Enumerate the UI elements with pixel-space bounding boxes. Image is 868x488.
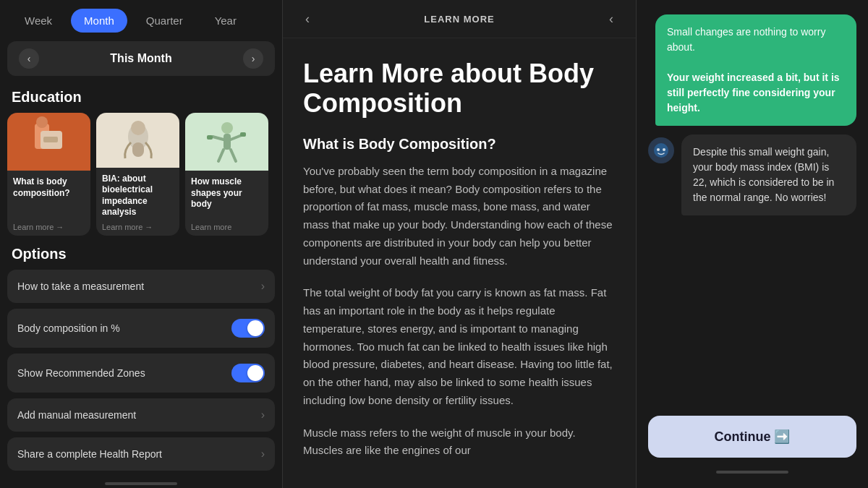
current-month-label: This Month [110,52,171,65]
article-paragraph-1: You've probably seen the term body compo… [303,163,616,270]
chat-bubble-primary-line2: Your weight increased a bit, but it is s… [667,70,845,116]
edu-card-2-link[interactable]: Learn more → [102,223,174,231]
edu-card-1-image [7,113,90,171]
option-body-composition[interactable]: Body composition in % [7,309,275,348]
article-title: Learn More about Body Composition [303,59,616,119]
scroll-indicator [0,476,282,488]
right-spacer [648,224,856,407]
left-panel: Week Month Quarter Year ‹ This Month › E… [0,0,282,488]
education-section-title: Education [0,83,282,113]
svg-rect-6 [132,142,144,157]
continue-label: Continue ➡️ [715,429,791,445]
edu-card-2-body: BIA: about bioelectrical impedance analy… [96,168,179,236]
prev-month-button[interactable]: ‹ [19,48,39,69]
chat-bubble-primary: Small changes are nothing to worry about… [655,14,856,126]
education-cards: What is body composition? Learn more → B… [0,113,282,246]
options-section: Options How to take a measurement › Body… [0,246,282,476]
edu-card-3-title: How muscle shapes your body [191,176,263,210]
middle-header: ‹ LEARN MORE ‹ [283,0,636,38]
right-scroll-indicator [648,466,856,474]
article-paragraph-3: Muscle mass refers to the weight of musc… [303,424,616,461]
back-button[interactable]: ‹ [297,9,318,29]
scroll-bar [105,482,177,485]
option-add-measurement-label: Add manual measurement [17,409,136,421]
option-health-report[interactable]: Share a complete Health Report › [7,437,275,471]
svg-point-5 [131,121,145,135]
tab-month[interactable]: Month [71,9,127,33]
right-scroll-bar [716,471,788,474]
tab-year[interactable]: Year [202,9,250,33]
next-month-button[interactable]: › [243,48,263,69]
tab-week[interactable]: Week [12,9,65,33]
svg-point-13 [663,148,665,151]
toggle-knob-2 [247,365,263,381]
edu-card-3-image [185,113,268,171]
article-subtitle: What is Body Composition? [303,136,616,153]
svg-point-11 [654,143,668,158]
chevron-right-icon-3: › [261,448,265,461]
svg-rect-3 [43,137,58,142]
option-body-composition-label: Body composition in % [17,322,120,334]
option-how-to-measure-label: How to take a measurement [17,281,144,292]
middle-panel: ‹ LEARN MORE ‹ Learn More about Body Com… [282,0,637,488]
continue-button[interactable]: Continue ➡️ [648,416,856,458]
toggle-knob [247,320,263,336]
edu-card-3[interactable]: How muscle shapes your body Learn more [185,113,268,236]
avatar [648,137,674,163]
middle-header-title: LEARN MORE [318,14,601,25]
edu-card-2-image [96,113,179,168]
body-composition-toggle[interactable] [231,319,265,338]
svg-rect-10 [207,135,213,140]
svg-rect-8 [224,134,231,150]
chevron-right-icon-2: › [261,408,265,421]
close-button[interactable]: ‹ [601,9,621,29]
recommended-zones-toggle[interactable] [231,364,265,382]
chat-bubble-secondary: Despite this small weight gain, your bod… [681,134,856,215]
option-health-report-label: Share a complete Health Report [17,448,162,460]
edu-card-2[interactable]: BIA: about bioelectrical impedance analy… [96,113,179,236]
svg-point-1 [36,116,48,128]
edu-card-1-link[interactable]: Learn more → [13,223,85,231]
edu-card-1-body: What is body composition? Learn more → [7,171,90,236]
svg-point-7 [221,122,233,134]
option-recommended-zones-label: Show Recommended Zones [17,367,145,379]
chat-row-secondary: Despite this small weight gain, your bod… [648,134,856,215]
month-navigator: ‹ This Month › [7,41,275,76]
svg-point-12 [657,148,660,151]
svg-rect-9 [240,132,246,137]
tab-bar: Week Month Quarter Year [0,0,282,41]
middle-content: Learn More about Body Composition What i… [283,38,636,488]
edu-card-3-body: How muscle shapes your body Learn more [185,171,268,236]
edu-card-3-link[interactable]: Learn more [191,223,263,231]
edu-card-1-title: What is body composition? [13,176,85,199]
options-section-title: Options [7,246,275,270]
right-panel: Small changes are nothing to worry about… [637,0,868,488]
article-paragraph-2: The total weight of body fat you carry i… [303,284,616,409]
option-how-to-measure[interactable]: How to take a measurement › [7,270,275,303]
tab-quarter[interactable]: Quarter [133,9,196,33]
option-add-measurement[interactable]: Add manual measurement › [7,398,275,432]
edu-card-1[interactable]: What is body composition? Learn more → [7,113,90,236]
edu-card-2-title: BIA: about bioelectrical impedance analy… [102,174,174,218]
chevron-right-icon: › [261,280,265,293]
option-recommended-zones[interactable]: Show Recommended Zones [7,354,275,393]
chat-bubble-primary-line1: Small changes are nothing to worry about… [667,25,845,55]
